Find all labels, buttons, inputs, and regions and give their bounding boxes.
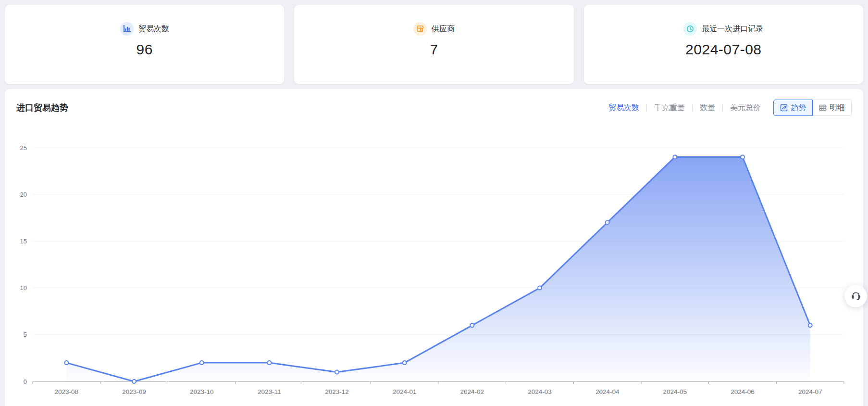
trend-view-button[interactable]: 趋势 xyxy=(773,100,813,116)
svg-text:2023-10: 2023-10 xyxy=(190,388,214,395)
svg-text:2023-08: 2023-08 xyxy=(55,388,79,395)
svg-text:2024-04: 2024-04 xyxy=(595,388,620,395)
stat-label: 贸易次数 xyxy=(138,24,169,34)
bar-chart-icon xyxy=(120,22,134,36)
svg-text:15: 15 xyxy=(20,238,27,245)
tab-divider xyxy=(646,104,647,112)
trend-button-label: 趋势 xyxy=(791,103,806,113)
metric-tabs: 贸易次数 千克重量 数量 美元总价 xyxy=(608,103,761,113)
tab-usd-total[interactable]: 美元总价 xyxy=(730,103,761,113)
panel-header: 进口贸易趋势 贸易次数 千克重量 数量 美元总价 xyxy=(16,96,852,120)
svg-text:0: 0 xyxy=(24,378,27,385)
tab-divider xyxy=(692,104,693,112)
svg-text:25: 25 xyxy=(20,144,27,152)
stat-card-suppliers: 供应商 7 xyxy=(294,5,573,84)
support-button[interactable] xyxy=(844,285,867,307)
headset-icon xyxy=(851,291,861,302)
svg-text:10: 10 xyxy=(20,284,27,292)
svg-text:2024-06: 2024-06 xyxy=(731,388,755,395)
stat-value: 2024-07-08 xyxy=(685,41,761,58)
view-toggle: 趋势 明细 xyxy=(773,100,852,116)
stat-value: 7 xyxy=(430,41,438,58)
stat-card-trade-count: 贸易次数 96 xyxy=(5,5,284,84)
tab-quantity[interactable]: 数量 xyxy=(700,103,715,113)
svg-text:2024-05: 2024-05 xyxy=(663,388,687,395)
svg-text:2024-07: 2024-07 xyxy=(798,388,822,395)
stat-card-header: 最近一次进口记录 xyxy=(683,22,763,36)
table-icon xyxy=(819,104,827,112)
page: 贸易次数 96 供应商 7 xyxy=(0,0,868,406)
svg-text:2024-03: 2024-03 xyxy=(528,388,552,395)
stat-card-header: 供应商 xyxy=(413,22,455,36)
svg-text:2024-01: 2024-01 xyxy=(393,388,417,395)
store-icon xyxy=(413,22,427,36)
svg-text:2023-11: 2023-11 xyxy=(258,388,281,395)
stat-card-header: 贸易次数 xyxy=(120,22,169,36)
stat-label: 最近一次进口记录 xyxy=(702,24,763,34)
stat-cards-row: 贸易次数 96 供应商 7 xyxy=(5,5,863,84)
svg-text:2023-09: 2023-09 xyxy=(122,388,146,395)
detail-view-button[interactable]: 明细 xyxy=(812,100,852,116)
tab-divider xyxy=(722,104,723,112)
import-trend-panel: 进口贸易趋势 贸易次数 千克重量 数量 美元总价 xyxy=(5,89,863,406)
svg-text:5: 5 xyxy=(24,331,27,338)
stat-label: 供应商 xyxy=(432,24,455,34)
tab-kg-weight[interactable]: 千克重量 xyxy=(654,103,685,113)
header-controls: 贸易次数 千克重量 数量 美元总价 xyxy=(608,100,852,116)
svg-text:2024-02: 2024-02 xyxy=(460,388,484,395)
stat-value: 96 xyxy=(136,41,152,58)
tab-trade-count[interactable]: 贸易次数 xyxy=(608,103,639,113)
detail-button-label: 明细 xyxy=(830,103,845,113)
svg-text:2023-12: 2023-12 xyxy=(325,388,349,395)
svg-text:20: 20 xyxy=(20,191,27,198)
trend-area-chart: 05101520252023-082023-092023-102023-1120… xyxy=(16,120,852,406)
trend-chart-icon xyxy=(780,104,788,112)
panel-title: 进口贸易趋势 xyxy=(16,102,68,114)
stat-card-latest-import: 最近一次进口记录 2024-07-08 xyxy=(584,5,863,84)
clock-icon xyxy=(683,22,697,36)
